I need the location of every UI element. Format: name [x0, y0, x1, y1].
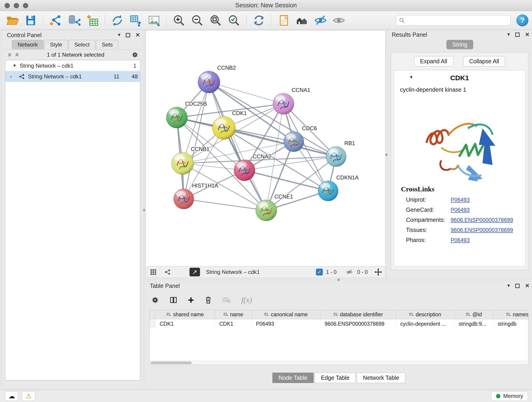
edge-CCNB2-HIST1H1A[interactable]: [184, 82, 209, 199]
column-header-canonical-name[interactable]: canonical name: [252, 310, 321, 319]
grid-view-button[interactable]: [150, 266, 157, 278]
tab-style[interactable]: Style: [44, 40, 68, 49]
column-header-description[interactable]: description: [396, 310, 455, 319]
collapse-all-button[interactable]: Collapse All: [463, 56, 505, 66]
tab-network-table[interactable]: Network Table: [357, 373, 405, 383]
collapse-entry-icon[interactable]: ▼: [409, 75, 413, 80]
import-network-file-button[interactable]: [47, 13, 64, 28]
first-neighbors-button[interactable]: [109, 13, 126, 28]
panel-close-icon[interactable]: ×: [136, 32, 140, 38]
node-CCNB1[interactable]: CCNB1: [172, 146, 209, 174]
panel-close-icon[interactable]: ×: [525, 283, 529, 288]
scrollbar-thumb[interactable]: [151, 361, 192, 364]
open-in-new-window-button[interactable]: ↗: [190, 268, 200, 276]
network-row[interactable]: ● String Network – cdk1 11 48: [5, 71, 140, 82]
network-overview-button[interactable]: [293, 13, 311, 28]
crosslink-link[interactable]: P06493: [451, 207, 470, 213]
column-header-name[interactable]: name: [215, 310, 252, 319]
horizontal-scrollbar[interactable]: [150, 361, 528, 365]
tab-sets[interactable]: Sets: [96, 40, 119, 49]
warnings-button[interactable]: ⚠: [22, 391, 35, 401]
tab-string[interactable]: String: [446, 40, 473, 49]
function-builder-button[interactable]: f(x): [241, 296, 252, 304]
panel-close-icon[interactable]: ×: [525, 32, 529, 37]
save-session-button[interactable]: [22, 13, 39, 28]
tab-network[interactable]: Network: [12, 40, 44, 49]
tab-edge-table[interactable]: Edge Table: [315, 373, 356, 383]
export-image-button[interactable]: [145, 13, 163, 28]
network-table-icon: [129, 14, 142, 27]
table-row[interactable]: CDK1CDK1P064939606.ENSP00000378699cyclin…: [150, 319, 528, 328]
panel-float-icon[interactable]: [515, 32, 520, 37]
zoom-selected-button[interactable]: [225, 13, 243, 28]
delete-column-button[interactable]: [205, 296, 212, 304]
apply-layout-button[interactable]: [250, 13, 268, 28]
panel-menu-icon[interactable]: ▾: [507, 283, 510, 288]
crosslink-link[interactable]: P06493: [451, 197, 470, 203]
node-HIST1H1A[interactable]: HIST1H1A: [174, 182, 218, 209]
table-settings-button[interactable]: [151, 296, 159, 304]
search-input[interactable]: [407, 17, 507, 24]
crosslink-link[interactable]: P06493: [451, 237, 470, 243]
import-network-database-button[interactable]: [65, 13, 83, 28]
annotation-button[interactable]: [275, 13, 293, 28]
network-canvas[interactable]: CCNB2CCNA1CDC25BCDK1CDC6RB1CCNB1CCNA2CDK…: [146, 31, 385, 266]
column-header-database-identifier[interactable]: database identifier: [321, 310, 396, 319]
new-network-from-selection-button[interactable]: [127, 13, 144, 28]
show-all-button[interactable]: [330, 13, 348, 28]
node-CCNB2[interactable]: CCNB2: [198, 65, 236, 93]
expand-all-icon[interactable]: »: [13, 51, 20, 58]
gear-icon[interactable]: [132, 51, 138, 58]
node-RB1[interactable]: RB1: [326, 140, 355, 167]
disclosure-triangle-icon[interactable]: ▼: [13, 64, 17, 68]
splitter-handle[interactable]: [337, 279, 340, 281]
crosslink-link[interactable]: 9606.ENSP00000378699: [451, 227, 513, 233]
hidden-eye-button[interactable]: [346, 266, 353, 278]
table-cell[interactable]: stringdb: [494, 319, 528, 328]
panel-float-icon[interactable]: [515, 284, 520, 288]
fit-content-button[interactable]: [374, 266, 382, 278]
hide-selected-button[interactable]: [312, 13, 329, 28]
network-share-button[interactable]: [164, 266, 171, 278]
edge-CCNB2-CCNE1[interactable]: [209, 82, 266, 211]
edge-CCNB2-CCNA1[interactable]: [209, 82, 283, 104]
zoom-in-button[interactable]: [170, 13, 188, 28]
edge-HIST1H1A-CCNE1[interactable]: [184, 199, 266, 211]
column-header-shared-name[interactable]: shared name: [156, 310, 215, 319]
create-column-button[interactable]: +: [188, 295, 194, 305]
node-CDKN1A[interactable]: CDKN1A: [318, 174, 359, 201]
crosslink-link[interactable]: 9606.ENSP00000378699: [451, 217, 513, 223]
column-header-namespace[interactable]: namespace: [494, 310, 528, 319]
selected-checkbox-icon[interactable]: ✓: [316, 269, 323, 275]
table-cell[interactable]: CDK1: [215, 319, 252, 328]
splitter-handle[interactable]: [385, 153, 388, 156]
table-cell[interactable]: CDK1: [156, 319, 215, 328]
table-cell[interactable]: cyclin-dependent ...: [396, 319, 455, 328]
zoom-out-button[interactable]: [189, 13, 206, 28]
column-header--id[interactable]: @id: [455, 310, 494, 319]
import-table-button[interactable]: [84, 13, 101, 28]
open-session-button[interactable]: [4, 13, 21, 28]
node-label-CDK1: CDK1: [232, 110, 247, 116]
tab-node-table[interactable]: Node Table: [272, 373, 314, 383]
network-collection-row[interactable]: ▼ String Network – cdk1 1: [5, 60, 140, 71]
node-CCNE1[interactable]: CCNE1: [256, 193, 293, 221]
search-box[interactable]: [396, 15, 510, 26]
splitter-handle[interactable]: [143, 209, 145, 211]
table-cell[interactable]: P06493: [252, 319, 321, 328]
tab-select[interactable]: Select: [69, 40, 95, 49]
memory-button[interactable]: Memory: [491, 391, 528, 401]
node-CDK1[interactable]: CDK1: [212, 110, 247, 139]
cloud-button[interactable]: ☁: [5, 391, 18, 401]
edge-count: 48: [122, 73, 138, 80]
show-columns-button[interactable]: [170, 296, 177, 304]
panel-float-icon[interactable]: [126, 33, 130, 37]
zoom-fit-button[interactable]: [207, 13, 224, 28]
node-CCNA1[interactable]: CCNA1: [273, 87, 310, 114]
table-cell[interactable]: 9606.ENSP00000378699: [321, 319, 396, 328]
expand-all-button[interactable]: Expand All: [414, 56, 453, 66]
help-button[interactable]: ?: [516, 14, 528, 26]
panel-menu-icon[interactable]: ▾: [118, 32, 120, 38]
table-cell[interactable]: stringdb:9...: [455, 319, 494, 328]
panel-menu-icon[interactable]: ▾: [507, 32, 510, 37]
